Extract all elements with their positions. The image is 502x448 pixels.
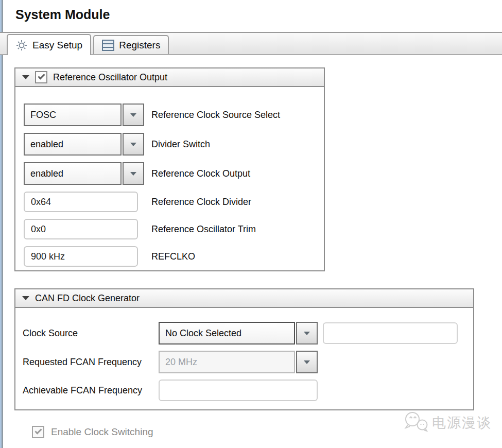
- can-fd-clock-generator-header[interactable]: CAN FD Clock Generator: [15, 289, 473, 308]
- row-label: Achievable FCAN Frequency: [23, 385, 159, 396]
- reference-clock-divider-input[interactable]: [24, 192, 138, 212]
- window-edge-gray: [2, 0, 3, 448]
- row-label: Reference Clock Divider: [151, 197, 251, 208]
- tab-registers[interactable]: Registers: [93, 35, 169, 54]
- can-fd-clock-generator-body: Clock Source No Clock Selected Requested…: [15, 308, 473, 409]
- combo-selected-value: 20 MHz: [159, 351, 295, 373]
- clock-source-combo[interactable]: No Clock Selected: [159, 322, 318, 344]
- row-label: Divider Switch: [151, 139, 210, 150]
- collapse-triangle-icon[interactable]: [22, 296, 29, 300]
- row-achievable-fcan-frequency: Achievable FCAN Frequency: [23, 380, 473, 401]
- reference-oscillator-output-header[interactable]: Reference Oscillator Output: [15, 68, 324, 87]
- combo-dropdown-button[interactable]: [123, 133, 144, 156]
- requested-fcan-frequency-combo: 20 MHz: [159, 351, 318, 373]
- clock-source-value-input[interactable]: [323, 322, 458, 344]
- reference-oscillator-output-panel: Reference Oscillator Output FOSC Referen…: [14, 67, 325, 271]
- row-clock-source: Clock Source No Clock Selected: [23, 322, 473, 344]
- row-reference-clock-divider: Reference Clock Divider: [24, 192, 324, 212]
- row-label: REFCLKO: [151, 251, 195, 262]
- chevron-down-icon: [130, 172, 136, 176]
- refclko-input[interactable]: [24, 246, 138, 267]
- reference-clock-source-select-combo[interactable]: FOSC: [24, 104, 144, 126]
- row-refclko: REFCLKO: [24, 246, 324, 267]
- reference-oscillator-output-title: Reference Oscillator Output: [53, 72, 167, 83]
- tab-strip: Easy Setup Registers: [0, 32, 502, 55]
- gear-icon: [15, 39, 28, 51]
- chevron-down-icon: [130, 113, 136, 117]
- page-title: System Module: [15, 6, 502, 23]
- chevron-down-icon: [304, 360, 310, 364]
- achievable-fcan-frequency-input[interactable]: [159, 380, 318, 401]
- row-reference-oscillator-trim: Reference Oscillator Trim: [24, 219, 324, 239]
- row-reference-clock-source-select: FOSC Reference Clock Source Select: [24, 104, 324, 126]
- combo-dropdown-button[interactable]: [296, 322, 318, 344]
- combo-selected-value[interactable]: No Clock Selected: [159, 322, 295, 344]
- easy-setup-content: Reference Oscillator Output FOSC Referen…: [14, 67, 502, 438]
- checkmark-icon: [38, 72, 45, 79]
- enable-clock-switching-label: Enable Clock Switching: [51, 426, 153, 438]
- combo-dropdown-button[interactable]: [123, 104, 144, 126]
- combo-selected-value[interactable]: enabled: [24, 162, 122, 185]
- tab-registers-label: Registers: [119, 40, 160, 51]
- registers-icon: [102, 40, 114, 51]
- can-fd-clock-generator-title: CAN FD Clock Generator: [35, 293, 140, 304]
- collapse-triangle-icon[interactable]: [22, 75, 29, 79]
- row-label: Clock Source: [23, 328, 159, 339]
- checkmark-icon: [34, 427, 42, 434]
- combo-selected-value[interactable]: enabled: [24, 133, 122, 156]
- combo-dropdown-button[interactable]: [123, 162, 144, 185]
- reference-oscillator-output-body: FOSC Reference Clock Source Select enabl…: [15, 87, 324, 270]
- enable-clock-switching-row: Enable Clock Switching: [32, 426, 502, 438]
- row-reference-clock-output: enabled Reference Clock Output: [24, 162, 324, 185]
- reference-clock-output-combo[interactable]: enabled: [24, 162, 144, 185]
- divider-switch-combo[interactable]: enabled: [24, 133, 144, 156]
- reference-oscillator-output-checkbox[interactable]: [35, 71, 47, 83]
- enable-clock-switching-checkbox[interactable]: [32, 426, 44, 438]
- row-label: Reference Clock Source Select: [151, 110, 280, 120]
- tab-easy-setup-label: Easy Setup: [32, 40, 82, 51]
- row-label: Requested FCAN Frequency: [23, 357, 159, 368]
- row-requested-fcan-frequency: Requested FCAN Frequency 20 MHz: [23, 351, 473, 373]
- chevron-down-icon: [130, 143, 136, 146]
- combo-dropdown-button: [296, 351, 318, 373]
- chevron-down-icon: [304, 332, 310, 335]
- can-fd-clock-generator-panel: CAN FD Clock Generator Clock Source No C…: [14, 288, 474, 410]
- row-label: Reference Oscillator Trim: [151, 224, 256, 235]
- row-label: Reference Clock Output: [151, 168, 250, 179]
- tab-easy-setup[interactable]: Easy Setup: [7, 34, 91, 55]
- combo-selected-value[interactable]: FOSC: [24, 104, 122, 126]
- row-divider-switch: enabled Divider Switch: [24, 133, 324, 156]
- reference-oscillator-trim-input[interactable]: [24, 219, 138, 239]
